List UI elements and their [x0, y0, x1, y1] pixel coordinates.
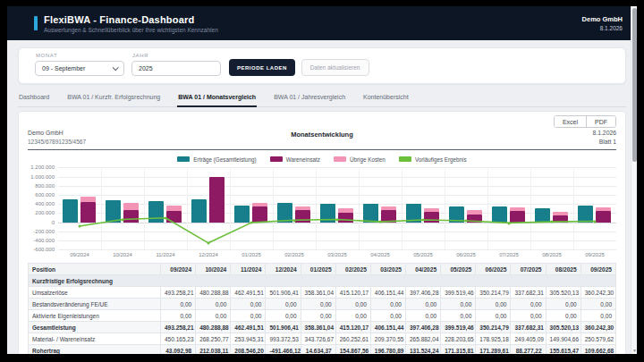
cell-value: 0,00: [196, 310, 231, 322]
cell-value: 131.524,24: [405, 345, 440, 354]
section-label: Kurzfristige Erfolgsrechnung: [29, 275, 616, 287]
legend-item: Erträge (Gesamtleistung): [177, 156, 256, 163]
cell-value: 14.634,37: [301, 345, 335, 354]
tab-kontenuebersicht[interactable]: Kontenübersicht: [362, 89, 410, 106]
column-header: 05/2025: [441, 264, 476, 275]
cell-value: 0,00: [476, 310, 511, 322]
app-window: FlexiBWA - Finance-Dashboard Auswertunge…: [7, 6, 637, 354]
y-tick-label: 600.000: [35, 192, 55, 198]
app-header: FlexiBWA - Finance-Dashboard Auswertunge…: [7, 6, 637, 40]
cell-value: 0,00: [476, 299, 511, 310]
cell-value: 399.519,46: [441, 287, 476, 299]
cell-value: 196.780,89: [370, 345, 405, 354]
cell-value: 0,00: [266, 310, 301, 322]
legend-swatch: [177, 156, 190, 162]
cell-value: 0,00: [511, 299, 546, 310]
row-label: Aktivierte Eigenleistungen: [29, 310, 161, 322]
cell-value: 0,00: [370, 299, 405, 310]
bwa-table: Position09/202410/202411/202412/202401/2…: [28, 263, 616, 354]
cell-value: 249.405,09: [511, 333, 546, 345]
tab-monatsvergleich[interactable]: BWA 01 / Monatsvergleich: [177, 89, 257, 107]
table-row: Rohertrag43.092,98212.038,11208.546,20-4…: [29, 345, 616, 354]
line-point: [336, 218, 339, 221]
header-company: Demo GmbH: [582, 15, 623, 23]
report-divider: [28, 149, 616, 150]
cell-value: 268.250,77: [196, 333, 231, 345]
cell-value: 171.289,61: [476, 345, 511, 354]
tab-jahresvergleich[interactable]: BWA 01 / Jahresvergleich: [273, 89, 346, 106]
header-date: 8.1.2026: [582, 25, 623, 31]
cell-value: 0,00: [231, 299, 266, 310]
x-tick-label: 06/2025: [445, 252, 487, 257]
scrollbar-thumb[interactable]: [632, 8, 637, 162]
cell-value: 993.372,53: [266, 333, 301, 345]
row-label: Umsatzerlöse: [29, 287, 161, 299]
x-tick-label: 11/2024: [144, 252, 187, 257]
column-header: Position: [29, 264, 161, 275]
line-point: [464, 220, 467, 223]
legend-item: Wareneinsatz: [270, 156, 320, 163]
legend-swatch: [270, 156, 283, 162]
legend-item: Vorläufiges Ergebnis: [399, 156, 467, 163]
legend-swatch: [399, 156, 411, 162]
cell-value: 397.406,28: [405, 322, 440, 333]
cell-value: 0,00: [441, 299, 476, 310]
chevron-down-icon: [113, 64, 119, 71]
cell-value: 399.519,46: [441, 322, 476, 333]
excel-button[interactable]: Excel: [555, 116, 587, 127]
column-header: 11/2024: [231, 264, 266, 275]
report-title: Monatsentwicklung: [224, 129, 419, 147]
pdf-button[interactable]: PDF: [587, 116, 615, 127]
cell-value: 480.288,88: [196, 322, 231, 333]
chart-legend: Erträge (Gesamtleistung)WareneinsatzÜbri…: [28, 155, 616, 164]
tab-kurzfr-erfolgsrechnung[interactable]: BWA 01 / Kurzfr. Erfolgsrechnung: [66, 89, 161, 106]
table-row: Material- / Wareneinsatz450.165,23268.25…: [29, 333, 616, 345]
app-subtitle: Auswertungen & Schnellüberblick über Ihr…: [44, 27, 218, 33]
jahr-input[interactable]: [131, 61, 221, 76]
cell-value: 208.546,20: [231, 345, 266, 354]
cell-value: 209.370,55: [370, 333, 405, 345]
y-tick-label: 1.200.000: [30, 164, 55, 170]
legend-swatch: [334, 156, 346, 162]
scrollbar-track[interactable]: ▼: [631, 6, 637, 354]
daten-aktualisieren-button[interactable]: Daten aktualisieren: [301, 59, 369, 76]
cell-value: 0,00: [231, 310, 266, 322]
cell-value: 154.867,56: [335, 345, 370, 354]
table-row: Kurzfristige Erfolgsrechnung: [29, 275, 616, 287]
legend-item: Übrige Kosten: [334, 156, 386, 163]
y-tick-label: 400.000: [35, 201, 55, 206]
cell-value: 0,00: [335, 310, 370, 322]
line-point: [594, 220, 597, 223]
table-row: Bestandsveränderung FE/UE0,000,000,000,0…: [29, 299, 616, 310]
column-header: 09/2025: [580, 264, 615, 275]
filter-bar: MONAT 09 - September JAHR PERIODE LADEN …: [18, 47, 626, 84]
cell-value: 462.491,51: [231, 287, 266, 299]
cell-value: 260.252,61: [335, 333, 370, 345]
cell-value: 0,00: [580, 310, 615, 322]
column-header: 12/2024: [266, 264, 301, 275]
cell-value: 337.682,31: [511, 322, 546, 333]
chart-plot-area: [58, 167, 616, 249]
gridline: [58, 249, 616, 250]
periode-laden-button[interactable]: PERIODE LADEN: [229, 59, 295, 76]
table-row: Umsatzerlöse493.258,21480.288,88462.491,…: [29, 287, 616, 299]
cell-value: 250.579,62: [580, 333, 615, 345]
cell-value: 0,00: [546, 310, 580, 322]
column-header: 01/2025: [301, 264, 335, 275]
y-tick-label: -200.000: [33, 229, 55, 234]
line-point: [508, 222, 511, 224]
monat-select[interactable]: 09 - September: [35, 61, 124, 76]
x-tick-label: 12/2024: [187, 252, 230, 257]
line-point: [122, 218, 124, 221]
cell-value: 171.315,81: [441, 345, 476, 354]
scrollbar-down-arrow[interactable]: ▼: [631, 348, 637, 353]
tab-dashboard[interactable]: Dashboard: [18, 89, 50, 106]
chart-x-axis: 09/202410/202411/202412/202401/202502/20…: [58, 252, 616, 257]
report-card: Excel PDF Demo GmbH 12345/67891235/4567 …: [18, 111, 626, 354]
x-tick-label: 07/2025: [487, 252, 530, 257]
report-company: Demo GmbH: [28, 129, 224, 138]
cell-value: 155.615,47: [546, 345, 580, 354]
cell-value: 0,00: [161, 299, 196, 310]
cell-value: 178.925,18: [476, 333, 511, 345]
y-tick-label: 200.000: [35, 210, 55, 215]
